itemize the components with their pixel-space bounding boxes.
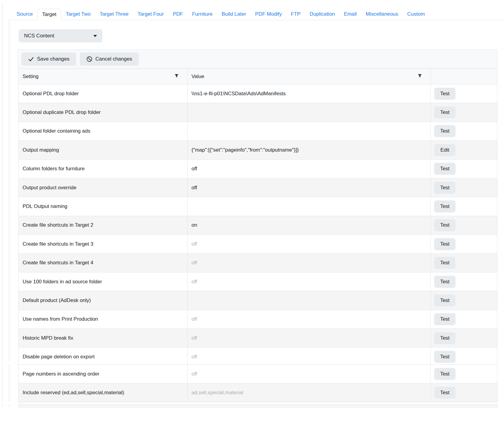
setting-value[interactable]: off xyxy=(188,310,431,329)
setting-value[interactable]: off xyxy=(188,235,431,253)
action-cell: Test xyxy=(431,160,497,178)
table-row: Use names from Print ProductionoffTest xyxy=(19,310,497,329)
tab-target-four[interactable]: Target Four xyxy=(133,9,168,20)
test-button[interactable]: Test xyxy=(434,163,456,175)
tab-custom[interactable]: Custom xyxy=(403,9,430,20)
edit-button[interactable]: Edit xyxy=(434,144,456,156)
setting-label: Optional folder containing ads xyxy=(19,122,188,140)
setting-value[interactable]: {"map":[{"set":"pageinfo","from":"output… xyxy=(188,141,431,159)
partial-next-row xyxy=(18,404,497,408)
action-cell: Test xyxy=(431,254,497,272)
test-button[interactable]: Test xyxy=(434,387,456,399)
save-changes-button[interactable]: Save changes xyxy=(21,52,76,66)
tab-ftp[interactable]: FTP xyxy=(286,9,305,20)
action-cell: Test xyxy=(431,197,497,215)
test-button[interactable]: Test xyxy=(434,313,456,325)
test-button[interactable]: Test xyxy=(434,182,456,194)
test-button[interactable]: Test xyxy=(434,351,456,363)
toolbar: Save changes Cancel changes xyxy=(17,49,498,68)
setting-label: Create file shortcuts in Target 4 xyxy=(19,254,188,272)
tab-bar: SourceTargetTarget TwoTarget ThreeTarget… xyxy=(9,8,504,20)
table-row: Column folders for furnitureoffTest xyxy=(19,159,497,178)
tab-duplication[interactable]: Duplication xyxy=(305,9,339,20)
test-button[interactable]: Test xyxy=(434,238,456,250)
action-cell: Test xyxy=(431,383,497,402)
test-button[interactable]: Test xyxy=(434,276,456,288)
tab-target-three[interactable]: Target Three xyxy=(95,9,133,20)
tab-pdf[interactable]: PDF xyxy=(168,9,188,20)
test-button[interactable]: Test xyxy=(434,294,456,307)
test-button[interactable]: Test xyxy=(434,257,456,269)
setting-value[interactable]: on xyxy=(188,216,431,234)
setting-value[interactable]: off xyxy=(188,365,431,383)
setting-label: Use 100 folders in ad source folder xyxy=(19,272,188,291)
action-cell: Test xyxy=(431,216,497,234)
table-row: Disable page deletion on exportoffTest xyxy=(19,347,497,366)
settings-table-continued: Page numbers in ascending orderoffTestIn… xyxy=(18,364,497,402)
action-cell: Test xyxy=(431,291,497,310)
test-button[interactable]: Test xyxy=(434,106,456,118)
tab-furniture[interactable]: Furniture xyxy=(188,9,217,20)
table-row: Default product (AdDesk only)Test xyxy=(19,291,497,310)
table-row: Historic MPD break fixoffTest xyxy=(19,329,497,347)
tab-source[interactable]: Source xyxy=(12,9,37,20)
tab-email[interactable]: Email xyxy=(339,9,361,20)
setting-value[interactable] xyxy=(188,122,431,140)
test-button[interactable]: Test xyxy=(434,125,456,137)
caret-down-icon xyxy=(93,35,97,37)
action-cell: Test xyxy=(431,178,497,197)
panel-border-line xyxy=(2,364,2,401)
tab-build-later[interactable]: Build Later xyxy=(217,9,250,20)
setting-value[interactable]: \\ns1-e-fil-p01\NCSData\Ads\AdManifests xyxy=(188,84,431,103)
setting-value[interactable] xyxy=(188,103,431,121)
filter-funnel-icon[interactable] xyxy=(174,74,179,80)
action-cell: Test xyxy=(431,365,497,383)
setting-label: Optional PDL drop folder xyxy=(19,84,188,103)
action-cell: Test xyxy=(431,122,497,140)
table-row: Optional duplicate PDL drop folderTest xyxy=(19,103,497,121)
setting-label: Output product override xyxy=(19,178,188,197)
tab-miscellaneous[interactable]: Miscellaneous xyxy=(361,9,403,20)
table-header-row: Setting Value xyxy=(19,69,497,84)
filter-funnel-icon[interactable] xyxy=(418,74,422,80)
preset-select[interactable]: NCS Content xyxy=(19,29,102,42)
setting-value[interactable]: off xyxy=(188,254,431,272)
tab-target[interactable]: Target xyxy=(37,9,61,20)
table-row: Create file shortcuts in Target 3offTest xyxy=(19,234,497,253)
panel-border-line xyxy=(2,3,2,361)
table-row: Use 100 folders in ad source folderoffTe… xyxy=(19,272,497,291)
setting-label: Optional duplicate PDL drop folder xyxy=(19,103,188,121)
column-header-value-label: Value xyxy=(191,74,204,80)
test-button[interactable]: Test xyxy=(434,368,456,380)
test-button[interactable]: Test xyxy=(434,219,456,231)
setting-value[interactable]: off xyxy=(188,272,431,291)
setting-label: Create file shortcuts in Target 3 xyxy=(19,235,188,253)
test-button[interactable]: Test xyxy=(434,88,456,100)
save-changes-label: Save changes xyxy=(37,56,70,62)
check-icon xyxy=(28,56,34,62)
table-row: Optional PDL drop folder\\ns1-e-fil-p01\… xyxy=(19,84,497,103)
action-cell: Test xyxy=(431,272,497,291)
tab-pdf-modify[interactable]: PDF Modify xyxy=(250,9,286,20)
setting-value[interactable] xyxy=(188,291,431,310)
tab-target-two[interactable]: Target Two xyxy=(61,9,95,20)
setting-label: Create file shortcuts in Target 2 xyxy=(19,216,188,234)
setting-label: Use names from Print Production xyxy=(19,310,188,329)
table-row: Include reserved (ed,ad,sell,special,mat… xyxy=(19,383,497,402)
cancel-changes-button[interactable]: Cancel changes xyxy=(80,52,139,66)
column-header-value[interactable]: Value xyxy=(188,69,431,84)
setting-value[interactable]: ad,sell,special,material xyxy=(188,383,431,402)
setting-value[interactable]: off xyxy=(188,329,431,347)
setting-label: Page numbers in ascending order xyxy=(19,365,188,383)
setting-value[interactable]: off xyxy=(188,160,431,178)
cancel-circle-slash-icon xyxy=(86,56,92,62)
setting-value[interactable]: off xyxy=(188,348,431,366)
setting-value[interactable] xyxy=(188,197,431,215)
action-cell: Edit xyxy=(431,141,497,159)
column-header-setting[interactable]: Setting xyxy=(19,69,188,84)
test-button[interactable]: Test xyxy=(434,332,456,344)
cancel-changes-label: Cancel changes xyxy=(95,56,132,62)
test-button[interactable]: Test xyxy=(434,200,456,212)
setting-value[interactable]: off xyxy=(188,178,431,197)
action-cell: Test xyxy=(431,235,497,253)
